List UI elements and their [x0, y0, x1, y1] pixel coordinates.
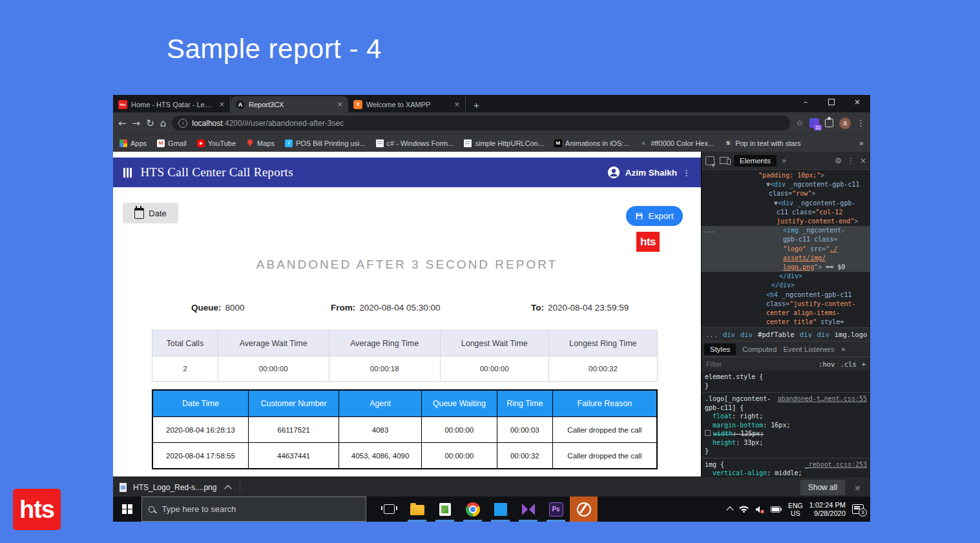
dom-line[interactable]: assets/img/ [702, 254, 870, 263]
app-menu-icon[interactable]: ⋮ [682, 168, 691, 178]
css-line[interactable]: margin-bottom: 16px; [705, 421, 867, 430]
browser-menu-icon[interactable]: ⋮ [857, 118, 865, 128]
download-bar-close-icon[interactable]: × [854, 483, 861, 493]
dom-line[interactable]: c11 class="col-12 [702, 208, 870, 217]
tray-chevron-icon[interactable] [726, 506, 733, 513]
taskbar-app-ps[interactable]: Ps [542, 497, 570, 522]
breadcrumb[interactable]: ...divdiv#pdfTabledivdivimg.logo [702, 327, 870, 341]
download-file-name[interactable]: HTS_Logo_Red-s....png [133, 483, 216, 492]
devtools-close-icon[interactable]: × [860, 156, 866, 165]
bookmark-item[interactable]: MGmail [157, 139, 187, 147]
reload-icon[interactable]: ↻ [146, 118, 154, 129]
devtools-menu-icon[interactable]: ⋮ [847, 156, 855, 165]
search-input[interactable] [160, 504, 359, 515]
dom-line[interactable]: </div> [702, 281, 870, 290]
tab-hts-home[interactable]: hts Home - HTS Qatar - Leading dist × [113, 96, 231, 112]
forward-icon[interactable]: → [132, 118, 141, 129]
extension-icon[interactable]: 11 [809, 118, 819, 128]
dom-line[interactable]: "padding: 10px;"> [702, 171, 870, 180]
dom-line[interactable]: gpb-c11 class= [702, 235, 870, 244]
css-line[interactable]: height: 33px; [705, 438, 867, 447]
site-info-icon[interactable]: i [178, 119, 187, 128]
dom-line[interactable]: "logo" src="./ [702, 245, 870, 254]
filter-input[interactable]: Filter [706, 360, 722, 368]
download-chevron-icon[interactable] [225, 485, 232, 492]
bookmark-item[interactable]: SPop in text with stars [724, 139, 801, 147]
extensions-puzzle-icon[interactable] [825, 119, 833, 127]
css-line[interactable]: gpb-c11] { [705, 404, 867, 413]
bookmark-item[interactable]: Maps [246, 139, 275, 147]
language-indicator[interactable]: ENGUS [788, 502, 803, 517]
taskbar-app-writer[interactable] [431, 497, 459, 522]
taskbar-search[interactable] [141, 497, 366, 522]
start-button[interactable] [113, 497, 141, 522]
home-icon[interactable]: ⌂ [160, 118, 167, 129]
dom-line[interactable]: center align-items- [702, 309, 870, 318]
css-source-link[interactable]: abandoned-t…nent.css:55 [778, 394, 867, 404]
dom-line[interactable]: <h4 _ngcontent-gpb-c11 [702, 291, 870, 300]
wifi-icon[interactable] [739, 506, 749, 513]
bookmark-item[interactable]: Apps [120, 139, 147, 147]
bookmark-item[interactable]: YouTube [197, 139, 236, 147]
dom-line[interactable]: ▼<div _ngcontent-gpb-c11 [702, 180, 870, 189]
css-line[interactable]: vertical-align: middle; [705, 469, 867, 476]
taskbar-app-flame[interactable] [570, 497, 598, 522]
bookmark-item[interactable]: MAnimations in iOS:... [554, 139, 630, 147]
hov-toggle[interactable]: :hov [818, 360, 835, 368]
date-button[interactable]: Date [123, 203, 178, 223]
tab-report3cx[interactable]: A Report3CX × [231, 96, 348, 112]
dom-tree[interactable]: "padding: 10px;">▼<div _ngcontent-gpb-c1… [702, 170, 870, 327]
dom-line[interactable]: justify-content-end"> [702, 217, 870, 226]
tab-close-icon[interactable]: × [219, 100, 225, 108]
device-toolbar-icon[interactable] [720, 157, 729, 164]
restore-button[interactable] [818, 99, 844, 105]
profile-avatar[interactable]: a [839, 118, 851, 129]
battery-icon[interactable] [771, 506, 782, 513]
css-line[interactable]: _reboot.scss:253img { [705, 460, 867, 469]
clock[interactable]: 1:02:24 PM9/28/2020 [809, 501, 846, 518]
export-button[interactable]: Export [626, 206, 683, 226]
dom-line[interactable]: class="justify-content- [702, 300, 870, 309]
bookmark-item[interactable]: c# - Windows Form... [376, 139, 454, 147]
inspect-icon[interactable] [705, 156, 714, 165]
bookmarks-overflow-icon[interactable]: » [859, 139, 864, 148]
user-name[interactable]: Azim Shaikh [625, 168, 677, 178]
css-line[interactable]: } [705, 382, 867, 391]
tab-elements[interactable]: Elements [734, 155, 777, 167]
new-tab-button[interactable]: + [466, 99, 487, 112]
cls-toggle[interactable]: .cls [840, 360, 856, 368]
dom-line[interactable]: class="row"> [702, 189, 870, 198]
taskbar-app-chrome[interactable] [459, 497, 486, 522]
more-panels-icon[interactable]: » [841, 345, 846, 354]
menu-icon[interactable] [123, 168, 132, 178]
close-window-button[interactable]: × [844, 97, 870, 107]
dom-line[interactable]: ▼<div _ngcontent-gpb- [702, 199, 870, 208]
styles-pane[interactable]: element.style {}abandoned-t…nent.css:55.… [702, 371, 870, 476]
taskbar-app-taskview[interactable] [375, 497, 403, 522]
dom-line[interactable]: logo.png"> == $0 [702, 263, 870, 272]
property-checkbox[interactable] [705, 430, 711, 436]
minimize-button[interactable]: – [793, 97, 818, 107]
tab-xampp[interactable]: X Welcome to XAMPP × [348, 96, 466, 112]
back-icon[interactable]: ← [118, 118, 127, 129]
dom-line[interactable]: center title" style= [702, 318, 870, 327]
bookmark-item[interactable]: simple HttpURLCon... [464, 139, 543, 147]
taskbar-app-vs[interactable] [514, 497, 542, 522]
dom-line[interactable]: </div> [702, 272, 870, 281]
css-line[interactable]: } [705, 447, 867, 456]
tab-close-icon[interactable]: × [337, 100, 343, 108]
new-rule-icon[interactable]: + [862, 360, 866, 368]
bookmark-star-icon[interactable]: ☆ [796, 118, 804, 128]
css-line[interactable]: float: right; [705, 412, 867, 421]
bookmark-item[interactable]: c#ff0000 Color Hex... [640, 139, 714, 147]
css-line[interactable]: width: 125px; [705, 429, 867, 438]
address-bar[interactable]: i localhost:4200/#/user/abandoned-after-… [172, 116, 790, 130]
dom-line[interactable]: ...<img _ngcontent- [702, 226, 870, 235]
css-source-link[interactable]: _reboot.scss:253 [805, 460, 867, 469]
show-all-button[interactable]: Show all [800, 480, 845, 495]
tab-computed[interactable]: Computed [742, 345, 777, 353]
taskbar-app-vscode[interactable] [486, 497, 514, 522]
more-tabs-icon[interactable]: » [782, 156, 786, 165]
tab-close-icon[interactable]: × [454, 100, 460, 108]
tab-styles[interactable]: Styles [704, 343, 736, 355]
